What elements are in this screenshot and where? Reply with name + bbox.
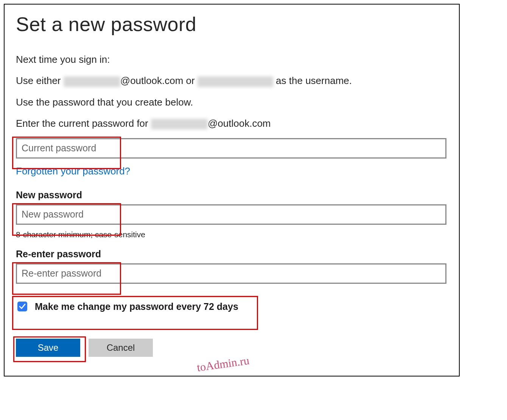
enter-current-text: Enter the current password for [16, 118, 151, 129]
as-username-text: as the username. [273, 75, 352, 86]
instruction-enter-current: Enter the current password for @outlook.… [16, 117, 448, 130]
expiry-checkbox-row: Make me change my password every 72 days [16, 301, 448, 312]
forgot-password-link[interactable]: Forgotten your password? [16, 165, 130, 177]
reenter-password-input[interactable] [16, 263, 446, 284]
new-password-label: New password [16, 190, 448, 201]
redacted-email-local [64, 76, 120, 87]
new-password-field-block [16, 204, 448, 225]
current-password-field-block [16, 138, 448, 159]
check-icon [19, 303, 26, 310]
page-title: Set a new password [16, 13, 448, 36]
redacted-email-local2 [151, 119, 208, 129]
password-form-frame: Set a new password Next time you sign in… [4, 4, 460, 376]
instruction-use-password: Use the password that you create below. [16, 95, 448, 109]
current-password-input[interactable] [16, 138, 446, 159]
new-password-input[interactable] [16, 204, 446, 225]
expiry-checkbox[interactable] [17, 302, 27, 311]
redacted-alt-username [198, 76, 273, 87]
instruction-username: Use either @outlook.com or as the userna… [16, 74, 448, 87]
button-row: Save Cancel [16, 339, 448, 357]
save-button-highlight: Save [16, 339, 80, 357]
password-hint: 8-character minimum; case-sensitive [16, 230, 448, 239]
cancel-button[interactable]: Cancel [89, 339, 153, 357]
reenter-password-label: Re-enter password [16, 249, 448, 260]
expiry-checkbox-label: Make me change my password every 72 days [35, 301, 238, 312]
outlook-domain-text: @outlook.com [208, 118, 271, 129]
outlook-or-text: @outlook.com or [120, 75, 198, 86]
instruction-signin: Next time you sign in: [16, 53, 448, 66]
save-button[interactable]: Save [16, 339, 80, 357]
use-either-text: Use either [16, 75, 64, 86]
reenter-password-field-block [16, 263, 448, 284]
